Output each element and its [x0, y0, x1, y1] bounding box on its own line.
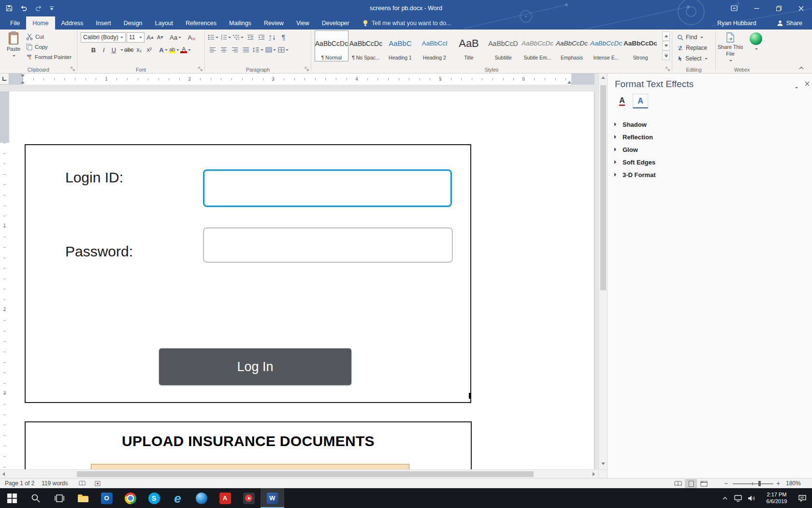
- tab-insert[interactable]: Insert: [89, 16, 117, 30]
- format-painter-button[interactable]: Format Painter: [26, 52, 72, 62]
- scroll-down-icon[interactable]: [601, 463, 605, 465]
- style-title[interactable]: AaBTitle: [452, 30, 486, 61]
- paste-button[interactable]: Paste: [2, 30, 25, 63]
- tab-design[interactable]: Design: [117, 16, 149, 30]
- page-indicator[interactable]: Page 1 of 2: [5, 478, 34, 488]
- style-normal[interactable]: AaBbCcDc¶ Normal: [315, 30, 348, 61]
- style-no-spacing[interactable]: AaBbCcDc¶ No Spac...: [349, 30, 383, 61]
- underline-dropdown-icon[interactable]: [120, 49, 123, 52]
- outlook-button[interactable]: O: [95, 488, 118, 508]
- grow-font-button[interactable]: A: [145, 32, 155, 43]
- tab-developer[interactable]: Developer: [316, 16, 356, 30]
- sort-button[interactable]: AZ: [268, 32, 277, 43]
- tab-home[interactable]: Home: [26, 16, 55, 30]
- line-spacing-button[interactable]: [252, 45, 263, 55]
- password-input[interactable]: [203, 227, 453, 263]
- font-name-combo[interactable]: Calibri (Body): [81, 32, 126, 43]
- find-button[interactable]: Find: [677, 32, 703, 42]
- tab-stop-selector[interactable]: [0, 74, 9, 85]
- copy-button[interactable]: Copy: [26, 42, 48, 52]
- numbering-button[interactable]: 123: [220, 32, 231, 43]
- undo-icon[interactable]: [20, 5, 28, 12]
- shading-button[interactable]: [265, 45, 276, 55]
- scroll-right-icon[interactable]: [593, 472, 595, 476]
- pane-options-icon[interactable]: [795, 83, 798, 92]
- bullets-button[interactable]: [208, 32, 218, 43]
- horizontal-scrollbar[interactable]: [0, 469, 598, 478]
- align-right-button[interactable]: [230, 45, 239, 55]
- word-taskbar-button[interactable]: W: [261, 488, 284, 508]
- vertical-ruler[interactable]: 1 2 3: [0, 85, 9, 469]
- tab-layout[interactable]: Layout: [149, 16, 180, 30]
- tray-chevron-button[interactable]: [720, 488, 730, 508]
- collapse-ribbon-icon[interactable]: [798, 66, 804, 70]
- resize-handle[interactable]: [469, 393, 471, 399]
- scroll-left-icon[interactable]: [2, 472, 5, 476]
- restore-icon[interactable]: [768, 0, 790, 16]
- reflection-section[interactable]: Reflection: [614, 132, 653, 142]
- tab-references[interactable]: References: [179, 16, 223, 30]
- share-this-file-button[interactable]: Share This File: [717, 30, 744, 63]
- right-indent-marker[interactable]: [567, 81, 571, 84]
- login-id-input[interactable]: [203, 169, 452, 207]
- internet-explorer-button[interactable]: e: [166, 488, 189, 508]
- zoom-in-icon[interactable]: +: [776, 478, 780, 488]
- style-intense-emphasis[interactable]: AaBbCcDcIntense E...: [589, 30, 623, 61]
- zoom-slider-track[interactable]: [733, 483, 773, 484]
- tab-address[interactable]: Address: [55, 16, 90, 30]
- change-case-button[interactable]: Aa: [170, 32, 181, 43]
- styles-dialog-launcher-icon[interactable]: [665, 66, 670, 72]
- word-count[interactable]: 119 words: [42, 478, 68, 488]
- font-size-combo[interactable]: 11: [127, 32, 145, 43]
- start-button[interactable]: [0, 488, 24, 508]
- skype-button[interactable]: S: [142, 488, 166, 508]
- horizontal-scroll-thumb[interactable]: [77, 471, 534, 477]
- horizontal-ruler[interactable]: 1 2 3 4 5 6: [9, 74, 598, 85]
- proofing-status-icon[interactable]: [79, 478, 86, 488]
- chrome-button[interactable]: [118, 488, 142, 508]
- align-left-button[interactable]: [208, 45, 217, 55]
- webex-button[interactable]: [746, 30, 766, 63]
- style-heading-2[interactable]: AaBbCclHeading 2: [418, 30, 451, 61]
- web-layout-icon[interactable]: [698, 479, 710, 488]
- task-view-button[interactable]: [47, 488, 71, 508]
- file-explorer-button[interactable]: [71, 488, 95, 508]
- decrease-indent-button[interactable]: [246, 32, 255, 43]
- glow-section[interactable]: Glow: [614, 144, 638, 155]
- browser-sphere-button[interactable]: [189, 488, 213, 508]
- print-layout-icon[interactable]: [685, 479, 697, 488]
- bold-button[interactable]: B: [89, 45, 98, 55]
- paragraph-dialog-launcher-icon[interactable]: [304, 66, 309, 72]
- text-effects-button[interactable]: A: [159, 45, 168, 55]
- vertical-scroll-thumb[interactable]: [600, 85, 606, 290]
- tell-me-box[interactable]: Tell me what you want to do...: [362, 16, 451, 30]
- tab-file[interactable]: File: [4, 16, 26, 30]
- italic-button[interactable]: I: [99, 45, 108, 55]
- soft-edges-section[interactable]: Soft Edges: [614, 157, 655, 167]
- style-subtle-emphasis[interactable]: AaBbCcDcSubtle Em...: [521, 30, 554, 61]
- taskbar-clock[interactable]: 2:17 PM6/6/2019: [759, 488, 795, 508]
- acrobat-button[interactable]: A: [213, 488, 237, 508]
- ribbon-display-options-icon[interactable]: [723, 0, 745, 16]
- macro-record-icon[interactable]: [95, 478, 101, 488]
- tab-review[interactable]: Review: [258, 16, 290, 30]
- minimize-icon[interactable]: [745, 0, 768, 16]
- pane-close-icon[interactable]: [805, 81, 810, 86]
- select-button[interactable]: Select: [677, 54, 708, 63]
- network-tray-button[interactable]: [732, 488, 744, 508]
- borders-button[interactable]: [278, 45, 289, 55]
- font-color-button[interactable]: A: [180, 45, 191, 55]
- underline-button[interactable]: U: [109, 45, 118, 55]
- action-center-button[interactable]: [796, 488, 809, 508]
- zoom-slider-thumb[interactable]: [758, 481, 761, 486]
- signed-in-user[interactable]: Ryan Hubbard: [717, 16, 756, 30]
- vertical-scrollbar[interactable]: [598, 74, 607, 469]
- zoom-out-icon[interactable]: −: [724, 478, 728, 488]
- style-heading-1[interactable]: AaBbCHeading 1: [383, 30, 417, 61]
- gallery-up-icon[interactable]: [662, 31, 670, 41]
- clear-formatting-button[interactable]: A: [187, 32, 196, 43]
- zoom-level[interactable]: 180%: [786, 478, 801, 488]
- font-dialog-launcher-icon[interactable]: [197, 66, 203, 72]
- text-fill-outline-tab[interactable]: A: [614, 94, 630, 108]
- subscript-button[interactable]: x₂: [134, 45, 144, 55]
